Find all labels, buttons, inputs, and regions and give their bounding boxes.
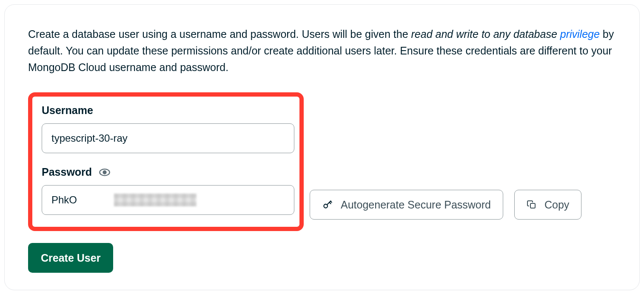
svg-point-1 <box>103 171 106 174</box>
autogenerate-password-button[interactable]: Autogenerate Secure Password <box>310 190 503 220</box>
description-italic: read and write to any database <box>411 28 560 40</box>
toggle-password-visibility-icon[interactable] <box>99 166 111 178</box>
description-text: Create a database user using a username … <box>28 26 616 75</box>
password-label: Password <box>42 166 92 178</box>
create-user-button[interactable]: Create User <box>28 243 113 273</box>
key-icon <box>322 199 333 210</box>
password-field-block: Password <box>42 166 290 215</box>
copy-button-label: Copy <box>544 199 569 211</box>
username-label: Username <box>42 104 290 117</box>
username-field-block: Username <box>42 104 290 153</box>
description-prefix: Create a database user using a username … <box>28 28 411 40</box>
autogenerate-button-label: Autogenerate Secure Password <box>341 199 491 211</box>
password-input-wrapper <box>42 185 294 215</box>
svg-line-4 <box>329 203 331 204</box>
svg-line-5 <box>331 201 332 203</box>
privilege-link[interactable]: privilege <box>560 28 600 40</box>
create-user-button-label: Create User <box>41 252 100 264</box>
credentials-highlight-box: Username Password <box>28 92 304 231</box>
copy-icon <box>527 200 537 210</box>
password-input[interactable] <box>42 185 294 215</box>
password-actions-row: Autogenerate Secure Password Copy <box>310 190 581 220</box>
password-label-row: Password <box>42 166 290 178</box>
create-user-card: Create a database user using a username … <box>4 4 640 290</box>
svg-rect-6 <box>530 203 535 208</box>
username-input[interactable] <box>42 123 294 153</box>
copy-button[interactable]: Copy <box>514 190 581 220</box>
